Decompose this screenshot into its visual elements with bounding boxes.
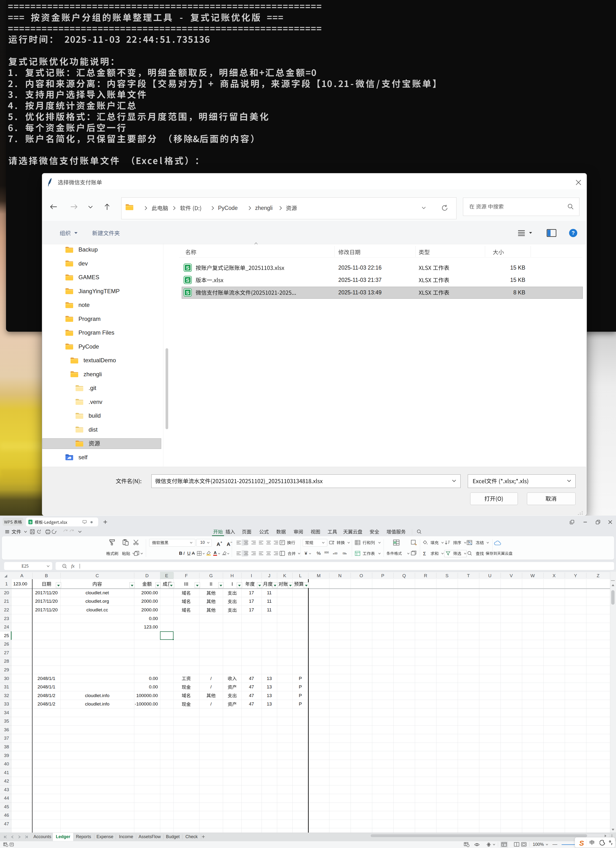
svg-text:?: ? <box>572 230 575 236</box>
svg-text:S: S <box>186 265 190 271</box>
svg-text:S: S <box>186 277 190 283</box>
svg-text:S: S <box>186 290 190 295</box>
